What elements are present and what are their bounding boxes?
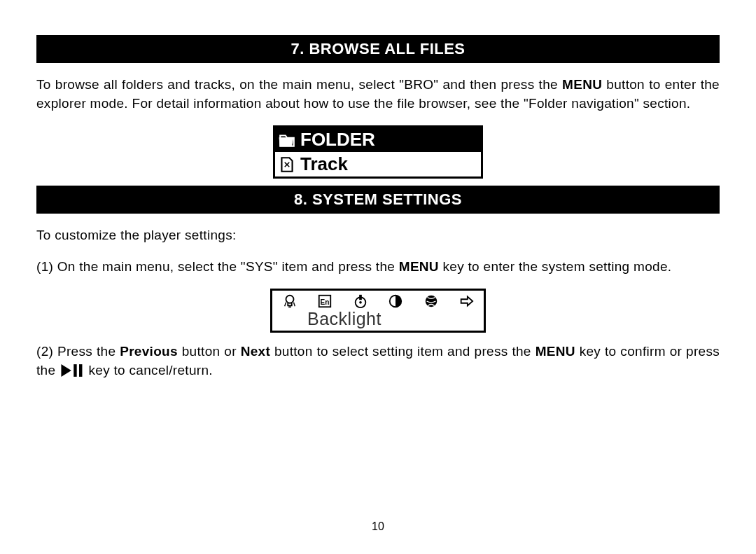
text-fragment: key to cancel/return. <box>85 363 213 378</box>
folder-icon <box>278 131 296 149</box>
settings-figure: En Backlight <box>270 289 486 333</box>
play-pause-icon <box>59 363 85 378</box>
settings-icon-row: En <box>278 293 478 309</box>
browser-row-folder: FOLDER <box>275 127 481 152</box>
previous-key-label: Previous <box>120 344 178 359</box>
next-key-label: Next <box>241 344 270 359</box>
power-off-icon <box>353 293 368 309</box>
bulb-icon <box>282 293 298 309</box>
text-fragment: button to select setting item and press … <box>270 344 536 359</box>
menu-key-label: MENU <box>536 344 575 359</box>
svg-text:En: En <box>321 298 330 306</box>
menu-key-label: MENU <box>399 259 439 274</box>
arrow-right-icon <box>458 293 474 309</box>
text-fragment: button or <box>178 344 241 359</box>
settings-figure-label: Backlight <box>278 309 478 329</box>
svg-point-0 <box>286 296 294 303</box>
svg-rect-9 <box>79 364 82 377</box>
menu-key-label: MENU <box>562 77 602 92</box>
language-icon: En <box>317 293 332 309</box>
contrast-icon <box>388 293 403 309</box>
folder-label: FOLDER <box>300 129 375 151</box>
section-7-paragraph: To browse all folders and tracks, on the… <box>36 76 720 113</box>
section-8-step1: (1) On the main menu, select the "SYS" i… <box>36 258 720 277</box>
section-7-header: 7. BROWSE ALL FILES <box>36 35 720 63</box>
text-fragment: (1) On the main menu, select the "SYS" i… <box>36 259 399 274</box>
page-number: 10 <box>0 520 756 533</box>
text-fragment: (2) Press the <box>36 344 120 359</box>
globe-icon <box>424 293 439 309</box>
file-icon <box>278 155 296 174</box>
track-label: Track <box>300 153 348 175</box>
svg-rect-4 <box>359 295 362 300</box>
svg-point-5 <box>359 301 362 304</box>
section-8-intro: To customize the player settings: <box>36 226 720 245</box>
section-8-step2: (2) Press the Previous button or Next bu… <box>36 342 720 380</box>
section-8-header: 8. SYSTEM SETTINGS <box>36 186 720 214</box>
text-fragment: To browse all folders and tracks, on the… <box>36 77 562 92</box>
browser-figure: FOLDER Track <box>273 125 483 179</box>
svg-rect-8 <box>74 364 76 377</box>
browser-row-track: Track <box>275 152 481 176</box>
text-fragment: key to enter the system setting mode. <box>439 259 671 274</box>
